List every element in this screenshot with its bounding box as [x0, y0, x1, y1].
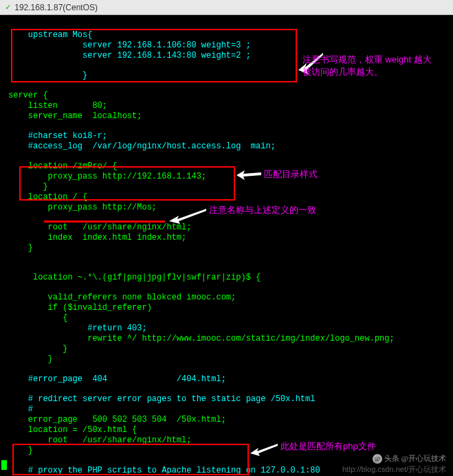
- root-dir: root /usr/share/nginx/html;: [8, 223, 445, 233]
- annotation-4: 此处是匹配所有php文件: [280, 441, 376, 452]
- red-box-zmpro: [19, 166, 235, 201]
- svg-marker-3: [250, 444, 278, 456]
- loc-50x: location = /50x.html {: [8, 425, 445, 435]
- listen-line: listen 80;: [8, 101, 445, 111]
- arrow-3: [169, 209, 206, 224]
- csdn-watermark: http://blog.csdn.net/开心玩技术: [342, 465, 446, 475]
- server-open: server {: [8, 91, 445, 101]
- redirect-comment: # redirect server error pages to the sta…: [8, 394, 445, 405]
- if-invalid: if ($invalid_referer): [8, 303, 445, 313]
- arrow-4: [250, 444, 278, 456]
- terminal-area: upstream Mos{ server 192.168.1.106:80 we…: [0, 15, 453, 476]
- toutiao-icon: @: [373, 454, 382, 464]
- servername-line: server_name localhost;: [8, 111, 445, 122]
- return403: #return 403;: [8, 324, 445, 334]
- arrow-2: [236, 169, 261, 181]
- annotation-1: 注意书写规范，权重 weight 越大: [302, 54, 432, 65]
- annotation-1b: 被访问的几率越大。: [302, 67, 383, 78]
- brace-c2: }: [8, 354, 445, 365]
- svg-marker-2: [169, 209, 206, 224]
- index-dir: index index.html index.htm;: [8, 233, 445, 243]
- annotation-2: 匹配目录样式: [264, 169, 318, 180]
- red-box-upstream: [11, 29, 297, 82]
- accesslog-line: #access_log /var/log/nginx/host.access.l…: [8, 141, 445, 152]
- red-box-php: [12, 444, 249, 475]
- error-page: #error_page 404 /404.html;: [8, 374, 445, 385]
- hash: #: [8, 405, 445, 415]
- toutiao-watermark: @头条 @开心玩技术: [373, 454, 446, 464]
- error-page2: error_page 500 502 503 504 /50x.html;: [8, 415, 445, 425]
- charset-line: #charset koi8-r;: [8, 131, 445, 141]
- brace-c1: }: [8, 344, 445, 354]
- annotation-3: 注意名称与上述定义的一致: [209, 205, 316, 216]
- cursor-indicator: [1, 460, 7, 470]
- window-title: 192.168.1.87(CentOS): [14, 3, 98, 12]
- red-underline: [44, 220, 165, 223]
- title-bar: ✓ 192.168.1.87(CentOS): [0, 0, 453, 15]
- check-icon: ✓: [5, 2, 10, 12]
- svg-marker-1: [236, 170, 261, 180]
- loc-regex: location ~.*\.(gif|png|jpg|flv|swf|rar|z…: [8, 273, 445, 283]
- loc-close: }: [8, 243, 445, 253]
- valid-ref: valid_referers none blokced imooc.com;: [8, 293, 445, 303]
- brace-open: {: [8, 313, 445, 324]
- rewrite: rewrite ^/ http://www.imooc.com/static/i…: [8, 334, 445, 344]
